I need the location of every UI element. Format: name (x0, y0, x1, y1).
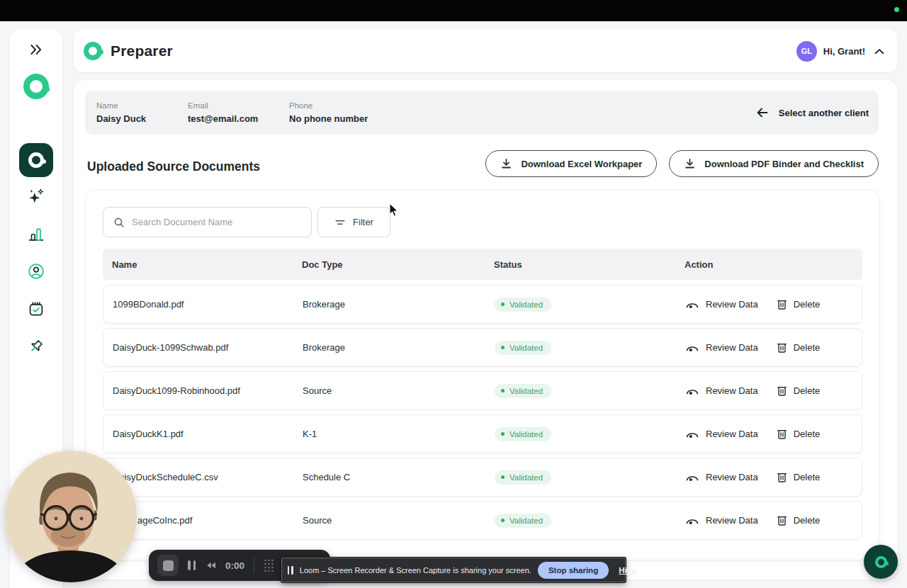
review-data-button[interactable]: Review Data (685, 515, 758, 526)
column-header-action: Action (685, 259, 862, 270)
review-data-button[interactable]: Review Data (685, 385, 758, 396)
delete-button[interactable]: Delete (777, 385, 821, 397)
brand-o-mark-icon (23, 74, 49, 99)
review-data-button[interactable]: Review Data (685, 429, 758, 439)
doc-type: Source (303, 515, 495, 526)
filter-lines-icon (334, 217, 346, 228)
user-circle-icon (28, 263, 45, 280)
row-actions: Review Data Delete (685, 298, 862, 310)
table-row: DaisyDuckScheduleC.csv Schedule C Valida… (103, 458, 862, 497)
download-pdf-binder-button[interactable]: Download PDF Binder and Checklist (669, 150, 879, 177)
status-badge: Validated (495, 298, 551, 312)
delete-button[interactable]: Delete (777, 428, 821, 440)
browser-top-strip (0, 0, 907, 21)
review-eye-icon (685, 516, 699, 526)
stop-recording-button[interactable] (157, 555, 179, 576)
sidebar-item-calendar[interactable] (10, 290, 62, 327)
review-eye-icon (685, 473, 699, 482)
field-label: Email (188, 101, 289, 110)
double-chevron-right-icon (28, 43, 45, 57)
status-dot-icon (501, 475, 505, 479)
doc-type: K-1 (303, 429, 495, 439)
status-dot-icon (501, 346, 505, 349)
screen-share-notice: Loom – Screen Recorder & Screen Capture … (281, 558, 626, 582)
search-input[interactable] (132, 217, 301, 227)
filter-button[interactable]: Filter (317, 207, 390, 237)
brand-o-mark-icon (875, 556, 887, 568)
divider (254, 558, 254, 573)
field-label: Name (96, 101, 188, 110)
row-actions: Review Data Delete (685, 341, 862, 354)
brand: Preparer (84, 42, 173, 60)
client-field-name: Name Daisy Duck (85, 101, 188, 124)
doc-name: DaisyDuckScheduleC.csv (113, 472, 303, 482)
doc-name: DaisyDuckK1.pdf (113, 429, 303, 439)
sidebar-item-clients[interactable] (10, 252, 62, 290)
field-value: test@email.com (188, 113, 289, 124)
drag-handle-icon[interactable] (264, 558, 274, 573)
trash-icon (777, 514, 787, 526)
sidebar-item-ai[interactable] (10, 177, 62, 215)
doc-type: Source (303, 385, 495, 396)
sparkles-icon (28, 188, 45, 205)
delete-button[interactable]: Delete (777, 471, 821, 483)
hide-notice-link[interactable]: Hide (619, 566, 636, 575)
sidebar-expand-button[interactable] (28, 40, 45, 60)
brand-o-mark-white-icon (28, 152, 44, 168)
review-data-button[interactable]: Review Data (685, 299, 758, 310)
status-badge: Validated (495, 341, 551, 355)
delete-button[interactable]: Delete (777, 341, 821, 354)
review-eye-icon (685, 343, 699, 353)
trash-icon (777, 428, 787, 440)
share-notice-text: Loom – Screen Recorder & Screen Capture … (300, 566, 531, 575)
recording-timer: 0:00 (225, 560, 244, 571)
status-dot-icon (501, 519, 505, 522)
user-menu[interactable]: GL Hi, Grant! (796, 41, 884, 62)
row-actions: Review Data Delete (685, 471, 862, 483)
bar-chart-icon (28, 225, 45, 242)
column-header-status: Status (494, 259, 685, 270)
camera-active-indicator-icon (894, 7, 899, 12)
search-icon (113, 217, 125, 228)
user-greeting: Hi, Grant! (823, 46, 865, 57)
column-header-name: Name (112, 259, 302, 270)
delete-button[interactable]: Delete (777, 298, 821, 310)
review-eye-icon (685, 429, 699, 439)
loom-fab-button[interactable] (864, 545, 898, 579)
restart-recording-button[interactable] (205, 561, 216, 570)
sidebar-item-documents-active[interactable] (19, 143, 53, 177)
column-header-doc-type: Doc Type (302, 259, 494, 270)
table-row: 1099BDonald.pdf Brokerage Validated Revi… (103, 285, 862, 324)
table-row: DaisyDuck1099-Robinhood.pdf Source Valid… (103, 371, 862, 410)
table-header-row: Name Doc Type Status Action (103, 249, 862, 280)
page-title: Preparer (111, 43, 173, 60)
status-badge: Validated (495, 470, 551, 485)
status-badge: Validated (495, 514, 551, 528)
review-data-button[interactable]: Review Data (685, 472, 758, 482)
arrow-left-icon (755, 106, 770, 120)
share-pause-icon (288, 566, 293, 575)
field-value: Daisy Duck (96, 113, 188, 124)
table-row: DaisyDuck-1099Schwab.pdf Brokerage Valid… (103, 328, 862, 367)
doc-type: Schedule C (303, 472, 495, 482)
review-eye-icon (685, 300, 699, 310)
webcam-preview-bubble[interactable] (5, 451, 137, 582)
trash-icon (777, 471, 787, 483)
client-field-phone: Phone No phone number (289, 101, 473, 124)
search-box (103, 207, 312, 237)
doc-type: Brokerage (303, 342, 495, 353)
client-field-email: Email test@email.com (188, 101, 289, 124)
doc-name: DaisyDuck1099-Robinhood.pdf (113, 385, 303, 396)
sidebar-item-reports[interactable] (10, 215, 62, 252)
delete-button[interactable]: Delete (777, 514, 821, 526)
review-data-button[interactable]: Review Data (685, 342, 758, 353)
download-excel-button[interactable]: Download Excel Workpaper (485, 150, 657, 177)
app-header: Preparer GL Hi, Grant! (74, 30, 897, 72)
trash-icon (777, 341, 787, 354)
pause-recording-button[interactable] (188, 560, 196, 570)
sidebar-item-pinned[interactable] (10, 327, 62, 365)
stop-icon (163, 560, 174, 571)
select-another-client-button[interactable]: Select another client (755, 106, 879, 120)
status-badge: Validated (495, 427, 551, 441)
stop-sharing-button[interactable]: Stop sharing (538, 562, 609, 579)
